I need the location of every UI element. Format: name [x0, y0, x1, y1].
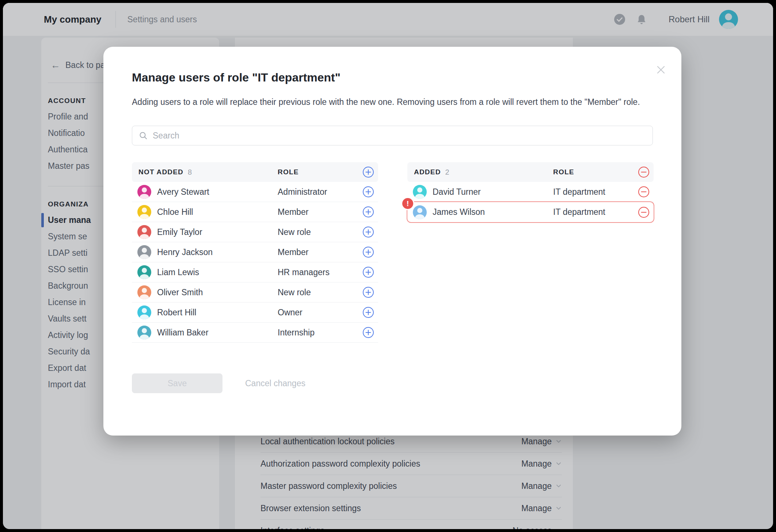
add-user-button[interactable] — [362, 286, 374, 298]
added-header: ADDED 2 ROLE — [407, 162, 654, 182]
remove-all-button[interactable] — [638, 166, 650, 178]
avatar — [137, 326, 151, 339]
user-role: IT department — [553, 207, 605, 217]
user-row: Emily Taylor New role — [132, 222, 378, 242]
modal-title: Manage users of role "IT department" — [132, 71, 653, 84]
save-button[interactable]: Save — [132, 373, 222, 393]
add-user-button[interactable] — [362, 226, 374, 238]
add-icon — [362, 246, 374, 258]
person-silhouette-icon — [137, 285, 151, 299]
user-name: Robert Hill — [157, 308, 196, 318]
not-added-header: NOT ADDED 8 ROLE — [132, 162, 378, 182]
user-role: New role — [278, 288, 311, 297]
close-button[interactable] — [651, 60, 671, 80]
remove-icon — [638, 206, 650, 218]
user-row: William Baker Internship — [132, 323, 378, 343]
search-box — [132, 126, 653, 145]
add-user-button[interactable] — [362, 327, 374, 338]
user-row: Avery Stewart Administrator — [132, 182, 378, 202]
avatar — [137, 225, 151, 239]
remove-user-button[interactable] — [638, 186, 650, 198]
person-silhouette-icon — [137, 205, 151, 219]
added-count: 2 — [445, 168, 449, 176]
add-user-button[interactable] — [362, 206, 374, 218]
user-name: David Turner — [433, 187, 481, 197]
search-input[interactable] — [153, 131, 646, 141]
avatar — [413, 205, 427, 219]
add-icon — [362, 226, 374, 238]
add-icon — [362, 286, 374, 298]
avatar — [137, 185, 151, 199]
not-added-list: NOT ADDED 8 ROLE Avery Stewart Administr… — [132, 162, 378, 343]
user-name: Chloe Hill — [157, 207, 193, 217]
person-silhouette-icon — [413, 205, 427, 219]
user-name: William Baker — [157, 328, 209, 338]
user-name: Henry Jackson — [157, 247, 213, 257]
user-name: Oliver Smith — [157, 288, 203, 297]
user-role: HR managers — [278, 267, 330, 277]
avatar — [137, 285, 151, 299]
search-icon — [139, 131, 148, 140]
role-column-header: ROLE — [553, 168, 574, 176]
person-silhouette-icon — [413, 185, 427, 199]
person-silhouette-icon — [137, 305, 151, 319]
add-icon — [362, 307, 374, 318]
user-role: Internship — [278, 328, 315, 338]
remove-user-button[interactable] — [638, 206, 650, 218]
user-role: New role — [278, 227, 311, 237]
user-row: Chloe Hill Member — [132, 202, 378, 222]
add-icon — [362, 186, 374, 198]
user-row: Henry Jackson Member — [132, 242, 378, 262]
user-row: David Turner IT department — [407, 182, 654, 202]
user-name: James Wilson — [433, 207, 485, 217]
user-role: IT department — [553, 187, 605, 197]
add-icon — [362, 266, 374, 278]
close-icon — [655, 64, 667, 76]
user-role: Member — [278, 247, 308, 257]
cancel-changes-button[interactable]: Cancel changes — [245, 379, 305, 388]
person-silhouette-icon — [137, 265, 151, 279]
user-role: Administrator — [278, 187, 327, 197]
app-window: My company Settings and users Robert Hil… — [3, 3, 773, 529]
avatar — [137, 245, 151, 259]
user-role: Owner — [278, 308, 303, 318]
not-added-count: 8 — [188, 168, 192, 176]
avatar — [137, 305, 151, 319]
user-row: Oliver Smith New role — [132, 282, 378, 303]
added-label: ADDED — [414, 168, 441, 176]
role-column-header: ROLE — [278, 168, 299, 176]
person-silhouette-icon — [137, 225, 151, 239]
add-user-button[interactable] — [362, 246, 374, 258]
avatar — [137, 265, 151, 279]
add-icon — [362, 166, 374, 178]
person-silhouette-icon — [137, 326, 151, 339]
user-row: James Wilson IT department ! — [407, 202, 654, 222]
avatar — [137, 205, 151, 219]
user-name: Avery Stewart — [157, 187, 209, 197]
add-user-button[interactable] — [362, 266, 374, 278]
add-all-button[interactable] — [362, 166, 374, 178]
add-icon — [362, 327, 374, 338]
user-role: Member — [278, 207, 308, 217]
not-added-label: NOT ADDED — [138, 168, 183, 176]
user-row: Robert Hill Owner — [132, 303, 378, 323]
avatar — [413, 185, 427, 199]
user-row: Liam Lewis HR managers — [132, 262, 378, 282]
remove-icon — [638, 186, 650, 198]
user-name: Liam Lewis — [157, 267, 199, 277]
error-badge: ! — [401, 197, 414, 210]
add-user-button[interactable] — [362, 307, 374, 318]
add-icon — [362, 206, 374, 218]
person-silhouette-icon — [137, 245, 151, 259]
add-user-button[interactable] — [362, 186, 374, 198]
added-list: ADDED 2 ROLE David Turner IT department … — [407, 162, 654, 343]
person-silhouette-icon — [137, 185, 151, 199]
remove-icon — [638, 166, 650, 178]
user-name: Emily Taylor — [157, 227, 202, 237]
modal-description: Adding users to a role will replace thei… — [132, 95, 653, 109]
manage-users-modal: Manage users of role "IT department" Add… — [103, 47, 681, 436]
